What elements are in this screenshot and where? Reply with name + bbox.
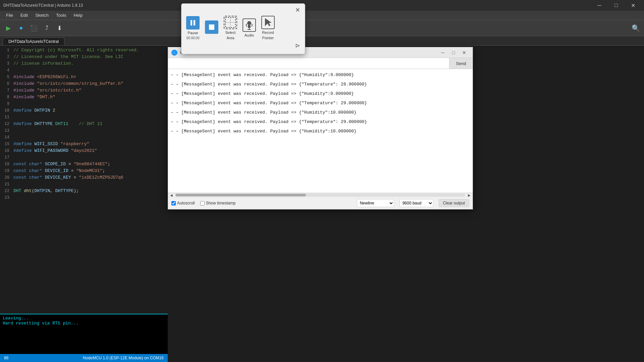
newline-select[interactable]: Newline No line ending Carriage return B… <box>357 199 394 207</box>
code-line-15: 15 #define WIFI_SSID "raspberry" <box>0 141 168 147</box>
autoscroll-label: Autoscroll <box>171 201 195 205</box>
pause-icon <box>186 16 200 29</box>
svg-rect-0 <box>191 20 192 25</box>
msg-line-3: – – [MessageSent] event was received. Pa… <box>171 89 470 99</box>
code-line-8: 8 #include "DHT.h" <box>0 94 168 101</box>
com16-output: – – [MessageSent] event was received. Pa… <box>168 69 473 193</box>
record-pointer-button[interactable]: Record Pointer <box>261 16 275 40</box>
minimize-button[interactable]: ─ <box>592 0 607 11</box>
record-pointer-label: Record <box>262 31 274 35</box>
code-line-9: 9 <box>0 101 168 107</box>
menu-edit[interactable]: Edit <box>17 11 31 19</box>
com16-input-field[interactable] <box>168 58 449 69</box>
tab-bar: DHTDataToAzureIoTCentral <box>0 36 644 46</box>
stop-icon <box>205 20 218 34</box>
code-line-19: 19 const char* DEVICE_ID = "NodeMCU1"; <box>0 168 168 174</box>
code-line-14: 14 <box>0 134 168 141</box>
output-line-1: Leaving... <box>3 316 165 321</box>
maximize-button[interactable]: □ <box>608 0 624 11</box>
close-button[interactable]: ✕ <box>625 0 641 11</box>
com16-minimize[interactable]: ─ <box>438 49 448 57</box>
code-line-2: 2 // Licensed under the MIT license. See… <box>0 54 168 60</box>
status-board: NodeMCU 1.0 (ESP-12E Module) on COM16 <box>83 356 164 360</box>
code-line-6: 6 #include "src/iotc/common/string_buffe… <box>0 80 168 87</box>
menu-tools[interactable]: Tools <box>53 11 69 19</box>
msg-line-2: – – [MessageSent] event was received. Pa… <box>171 80 470 89</box>
svg-rect-7 <box>248 25 251 28</box>
title-bar: DHTDataToAzureIoTCentral | Arduino 1.8.1… <box>0 0 644 11</box>
save-button[interactable]: ⬇ <box>54 22 65 34</box>
msg-line-4: – – [MessageSent] event was received. Pa… <box>171 99 470 108</box>
record-toolbar-buttons: Pause 00:00:00 Select Area <box>186 16 300 40</box>
code-line-13: 13 <box>0 127 168 134</box>
com16-maximize[interactable]: □ <box>448 49 459 57</box>
show-timestamp-label: Show timestamp <box>200 201 236 205</box>
new-button[interactable]: ⬛ <box>28 22 40 34</box>
svg-rect-1 <box>194 20 195 25</box>
scroll-track[interactable] <box>175 194 465 196</box>
app-title: DHTDataToAzureIoTCentral | Arduino 1.8.1… <box>3 3 641 8</box>
code-line-21: 21 <box>0 181 168 188</box>
output-area: Leaving... Hard resetting via RTS pin... <box>0 314 168 354</box>
autoscroll-text: Autoscroll <box>177 201 195 205</box>
com16-window: ○ COM16 ─ □ ✕ Send – – [MessageSent] eve… <box>168 47 473 209</box>
upload-via-programmer-button[interactable]: ● <box>15 22 27 34</box>
menu-sketch[interactable]: Sketch <box>32 11 52 19</box>
code-line-11: 11 <box>0 114 168 121</box>
record-pointer-icon <box>261 16 275 29</box>
code-line-7: 7 #include "src/iotc/iotc.h" <box>0 87 168 94</box>
code-line-18: 18 const char* SCOPE_ID = "0ne004744EC"; <box>0 161 168 168</box>
svg-point-6 <box>247 21 251 25</box>
clear-output-button[interactable]: Clear output <box>439 199 469 207</box>
code-editor: 1 // Copyright (c) Microsoft. All rights… <box>0 46 168 362</box>
select-area-label: Select <box>225 31 236 35</box>
code-area[interactable]: 1 // Copyright (c) Microsoft. All rights… <box>0 46 168 314</box>
record-toolbar-close[interactable]: ✕ <box>295 7 300 13</box>
code-line-22: 22 DHT dht(DHTPIN, DHTTYPE); <box>0 188 168 194</box>
window-controls: ─ □ ✕ <box>592 0 641 11</box>
com16-close[interactable]: ✕ <box>459 49 469 57</box>
msg-line-5: – – [MessageSent] event was received. Pa… <box>171 108 470 117</box>
menu-file[interactable]: File <box>3 11 16 19</box>
baud-select[interactable]: 300 baud 1200 baud 2400 baud 4800 baud 9… <box>399 199 433 207</box>
upload-button[interactable]: ▶ <box>3 22 14 34</box>
pin-button[interactable]: ⊳ <box>186 42 300 49</box>
com16-horizontal-scrollbar[interactable]: ◀ ▶ <box>168 193 473 197</box>
select-area-button[interactable]: Select Area <box>224 16 237 40</box>
msg-line-7: – – [MessageSent] event was received. Pa… <box>171 127 470 136</box>
com16-send-button[interactable]: Send <box>449 58 473 69</box>
code-line-17: 17 <box>0 154 168 161</box>
scroll-left-arrow[interactable]: ◀ <box>169 193 174 197</box>
code-line-10: 10 #define DHTPIN 2 <box>0 107 168 114</box>
status-line: 86 <box>4 356 8 360</box>
autoscroll-checkbox[interactable] <box>171 201 176 205</box>
msg-line-1: – – [MessageSent] event was received. Pa… <box>171 70 470 80</box>
scroll-right-arrow[interactable]: ▶ <box>467 193 472 197</box>
serial-monitor-button[interactable]: 🔍 <box>630 22 641 34</box>
scroll-thumb[interactable] <box>175 194 306 196</box>
stop-button[interactable] <box>205 20 218 35</box>
svg-rect-2 <box>209 24 214 30</box>
com16-input-row: Send <box>168 58 473 69</box>
menu-help[interactable]: Help <box>70 11 86 19</box>
com16-icon: ○ <box>171 50 177 56</box>
pause-label: Pause <box>187 31 198 35</box>
tab-main[interactable]: DHTDataToAzureIoTCentral <box>3 38 64 45</box>
pause-button[interactable]: Pause 00:00:00 <box>186 16 200 40</box>
pause-time: 00:00:00 <box>186 36 200 40</box>
select-area-icon <box>224 16 237 29</box>
output-line-2: Hard resetting via RTS pin... <box>3 321 165 326</box>
code-line-4: 4 <box>0 67 168 74</box>
toolbar: ▶ ● ⬛ ⤴ ⬇ 🔍 <box>0 20 644 36</box>
audio-label: Audio <box>245 33 254 37</box>
record-toolbar: ✕ Pause 00:00:00 Select <box>181 3 305 54</box>
code-line-20: 20 const char* DEVICE_KEY = "ixDE1ZcMZPG… <box>0 174 168 181</box>
show-timestamp-checkbox[interactable] <box>200 201 205 205</box>
audio-button[interactable]: Audio <box>243 18 256 37</box>
com16-window-controls: ─ □ ✕ <box>438 49 469 57</box>
open-button[interactable]: ⤴ <box>41 22 52 34</box>
audio-icon <box>243 18 256 32</box>
record-pointer-label2: Pointer <box>262 36 274 40</box>
code-line-3: 3 // license information. <box>0 60 168 67</box>
show-timestamp-text: Show timestamp <box>206 201 236 205</box>
